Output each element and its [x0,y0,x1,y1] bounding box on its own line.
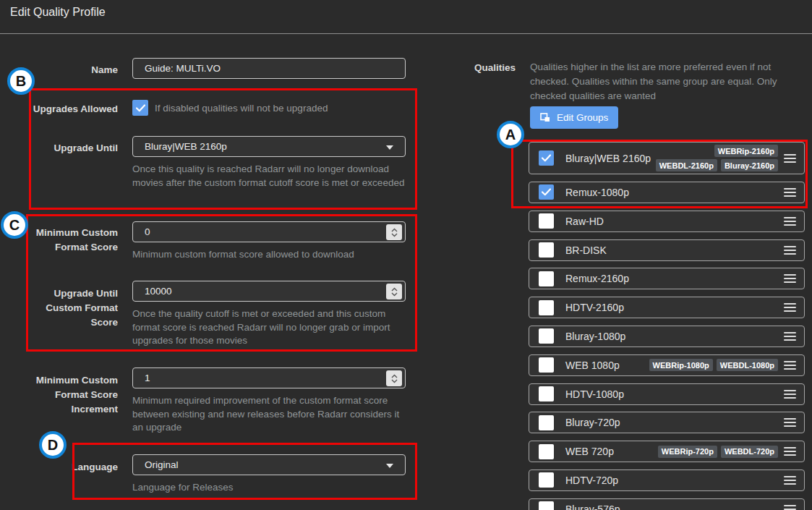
qualities-label: Qualities [400,62,516,73]
min-increment-help: Minimum required improvement of the cust… [132,394,406,435]
language-value: Original [145,459,179,470]
quality-name: Bluray-576p [565,503,620,510]
quality-tags: WEBRip-720pWEBDL-720p [658,446,778,458]
quality-name: Bluray-1080p [565,331,625,342]
quality-name: Remux-1080p [565,187,629,198]
quality-row: Remux-2160p [529,268,805,289]
number-stepper-icon[interactable] [386,370,402,386]
edit-groups-button-label: Edit Groups [557,112,608,123]
upgrade-until-label: Upgrade Until [24,141,118,156]
quality-row: Bluray|WEB 2160pWEBRip-2160pWEBDL-2160pB… [529,142,805,174]
min-format-score-input[interactable]: 0 [132,221,406,242]
drag-handle-icon[interactable] [784,361,796,370]
language-select[interactable]: Original [132,454,406,475]
upgrade-until-score-label: Upgrade Until Custom Format Score [24,286,118,330]
quality-name: Bluray-720p [565,417,620,428]
upgrade-until-score-input[interactable]: 10000 [132,281,406,302]
quality-tag-badge: WEBDL-1080p [717,359,778,371]
quality-tag-badge: WEBRip-2160p [714,145,778,157]
quality-tag-badge: WEBDL-720p [721,446,778,458]
quality-row: Remux-1080p [529,182,805,203]
drag-handle-icon[interactable] [784,217,796,226]
quality-name: HDTV-1080p [565,388,624,400]
quality-checkbox[interactable] [539,150,554,166]
upgrade-until-score-value: 10000 [145,286,172,297]
language-help: Language for Releases [132,481,406,495]
quality-tag-badge: Bluray-2160p [721,159,778,171]
quality-row: Bluray-1080p [529,326,805,347]
check-icon [542,154,551,162]
quality-checkbox[interactable] [539,213,554,229]
quality-tags: WEBRip-1080pWEBDL-1080p [649,359,778,371]
name-input[interactable]: Guide: MULTi.VO [132,58,406,79]
min-format-score-label: Minimum Custom Format Score [24,226,118,255]
number-stepper-icon[interactable] [386,284,402,299]
quality-checkbox[interactable] [539,444,554,459]
quality-name: WEB 1080p [565,360,620,371]
drag-handle-icon[interactable] [784,332,796,341]
quality-checkbox[interactable] [539,271,554,286]
quality-checkbox[interactable] [539,300,554,315]
quality-checkbox[interactable] [539,386,554,401]
annotation-badge-a: A [497,121,524,148]
upgrade-until-score-help: Once the quality cutoff is met or exceed… [132,307,406,348]
min-increment-label: Minimum Custom Format Score Increment [24,373,118,417]
quality-checkbox[interactable] [539,328,554,344]
drag-handle-icon[interactable] [784,246,796,255]
drag-handle-icon[interactable] [784,447,796,456]
drag-handle-icon[interactable] [784,390,796,399]
drag-handle-icon[interactable] [784,154,796,163]
upgrade-until-select[interactable]: Bluray|WEB 2160p [132,136,406,157]
quality-checkbox[interactable] [539,184,554,200]
quality-tag-badge: WEBDL-2160p [656,159,717,171]
quality-row: HDTV-720p [529,469,805,491]
quality-tag-badge: WEBRip-720p [658,446,717,458]
upgrade-until-help: Once this quality is reached Radarr will… [132,163,406,190]
min-increment-value: 1 [145,373,150,383]
chevron-down-icon [386,145,393,150]
drag-handle-icon[interactable] [784,505,796,510]
modal-header: Edit Quality Profile [0,0,812,34]
drag-handle-icon[interactable] [784,303,796,312]
qualities-description: Qualities higher in the list are more pr… [530,60,796,103]
name-label: Name [24,63,118,77]
quality-name: Bluray|WEB 2160p [565,153,651,164]
quality-tags: WEBRip-2160pWEBDL-2160pBluray-2160p [651,145,778,171]
drag-handle-icon[interactable] [784,418,796,427]
quality-checkbox[interactable] [539,357,554,373]
drag-handle-icon[interactable] [784,476,796,485]
upgrade-until-value: Bluray|WEB 2160p [145,141,227,152]
quality-name: HDTV-2160p [565,302,624,313]
quality-checkbox[interactable] [539,415,554,430]
number-stepper-icon[interactable] [386,224,402,240]
upgrades-allowed-checkbox[interactable] [132,100,148,116]
quality-row: WEB 720pWEBRip-720pWEBDL-720p [529,441,805,462]
qualities-list: Bluray|WEB 2160pWEBRip-2160pWEBDL-2160pB… [529,142,805,510]
quality-row: Bluray-576p [529,498,805,510]
quality-name: BR-DISK [565,245,607,256]
page-title: Edit Quality Profile [10,6,106,19]
quality-checkbox[interactable] [539,501,554,510]
edit-quality-profile-modal: Edit Quality Profile Name Guide: MULTi.V… [0,0,812,510]
drag-handle-icon[interactable] [784,274,796,283]
quality-row: Raw-HD [529,211,805,232]
quality-row: Bluray-720p [529,412,805,433]
check-icon [542,188,551,196]
min-increment-input[interactable]: 1 [132,367,406,388]
min-format-score-value: 0 [145,226,150,237]
quality-row: HDTV-2160p [529,297,805,318]
drag-handle-icon[interactable] [784,188,796,197]
quality-name: Raw-HD [565,216,604,227]
quality-name: WEB 720p [565,446,614,457]
quality-checkbox[interactable] [539,472,554,488]
name-input-value: Guide: MULTi.VO [145,63,221,74]
quality-name: HDTV-720p [565,475,618,486]
min-format-score-help: Minimum custom format score allowed to d… [132,248,406,262]
quality-tag-badge: WEBRip-1080p [649,359,713,371]
quality-row: WEB 1080pWEBRip-1080pWEBDL-1080p [529,354,805,376]
ungroup-icon [540,113,550,122]
quality-checkbox[interactable] [539,242,554,258]
chevron-down-icon [386,464,393,468]
upgrades-allowed-help: If disabled qualities will not be upgrad… [155,103,328,114]
edit-groups-button[interactable]: Edit Groups [530,106,618,129]
